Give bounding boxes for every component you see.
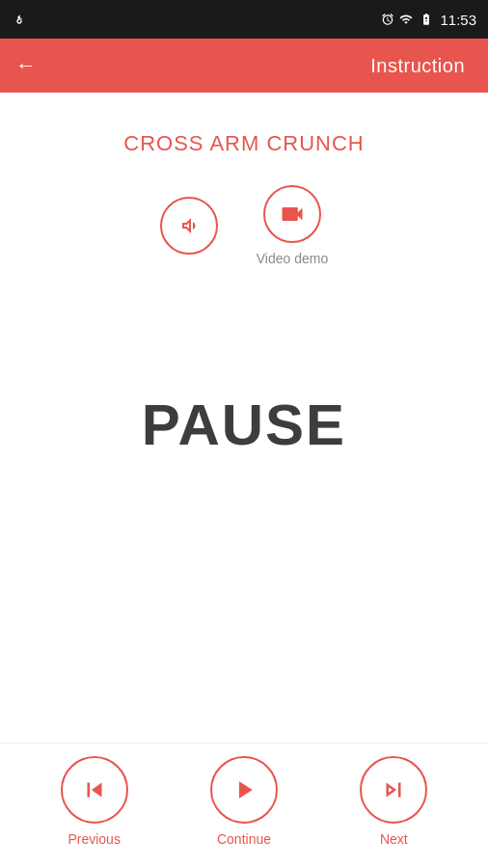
battery-icon	[418, 13, 435, 26]
video-demo-label: Video demo	[257, 251, 328, 266]
next-nav-item[interactable]: Next	[360, 756, 427, 847]
status-time: 11:53	[440, 12, 476, 28]
continue-icon	[230, 775, 258, 804]
bottom-nav: Previous Continue Next	[0, 743, 488, 868]
sound-icon	[177, 214, 201, 237]
continue-nav-item[interactable]: Continue	[210, 756, 278, 847]
signal-icon	[399, 13, 413, 26]
next-label: Next	[380, 831, 408, 847]
video-demo-button[interactable]	[263, 185, 321, 243]
main-content: CROSS ARM CRUNCH Video demo PAUSE	[0, 93, 488, 743]
video-camera-icon	[279, 201, 306, 228]
controls-row: Video demo	[160, 185, 328, 266]
back-button[interactable]: ←	[15, 53, 37, 78]
continue-label: Continue	[217, 831, 271, 847]
continue-button[interactable]	[210, 756, 278, 824]
header-title: Instruction	[370, 55, 465, 77]
previous-nav-item[interactable]: Previous	[61, 756, 128, 847]
previous-label: Previous	[68, 831, 120, 847]
header: ← Instruction	[0, 39, 488, 93]
status-bar: 11:53	[0, 0, 488, 39]
previous-button[interactable]	[61, 756, 128, 824]
exercise-title: CROSS ARM CRUNCH	[123, 131, 364, 156]
status-bar-left	[12, 12, 375, 27]
sound-button[interactable]	[160, 197, 218, 255]
alarm-icon	[381, 13, 394, 26]
video-demo-container: Video demo	[257, 185, 328, 266]
usb-icon	[12, 12, 27, 27]
next-icon	[379, 775, 408, 804]
previous-icon	[80, 775, 109, 804]
next-button[interactable]	[360, 756, 427, 824]
status-bar-right: 11:53	[381, 12, 476, 28]
pause-text: PAUSE	[142, 392, 346, 458]
